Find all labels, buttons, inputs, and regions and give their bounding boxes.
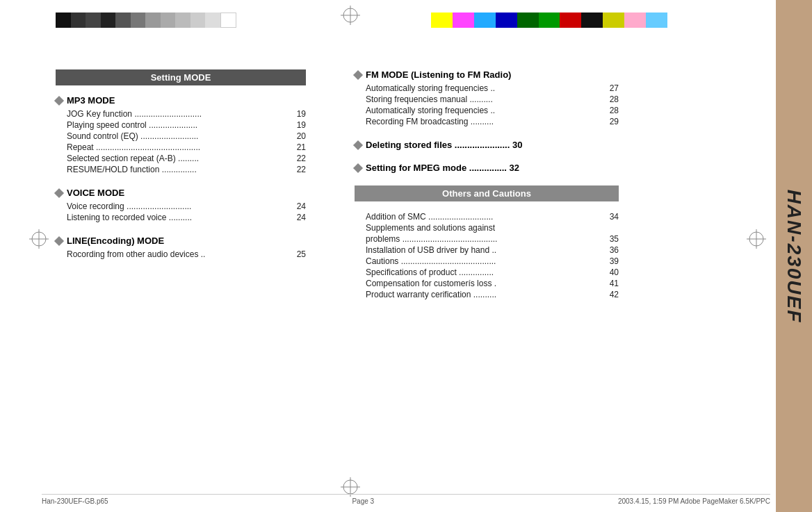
others-section: Addition of SMC ........................… — [355, 211, 619, 300]
toc-problems-page: 35 — [605, 234, 619, 244]
toc-auto-storing-2: Automatically storing frequencies .. 28 — [355, 105, 619, 116]
toc-sound-control-page: 20 — [292, 131, 306, 141]
toc-listening-recorded-page: 24 — [292, 213, 306, 222]
footer-page-number: Page 3 — [352, 497, 374, 505]
fm-mode-label: FM MODE (Listening to FM Radio) — [366, 69, 511, 80]
toc-supplements-label: Supplements and solutions against — [366, 223, 605, 233]
toc-specifications: Specifications of product ..............… — [355, 267, 619, 278]
footer-date: 2003.4.15, 1:59 PM Adobe PageMaker 6.5K/… — [618, 497, 770, 505]
toc-recording-fm: Recording FM broadcasting .......... 29 — [355, 116, 619, 127]
toc-auto-storing-page: 27 — [605, 83, 619, 93]
right-column: FM MODE (Listening to FM Radio) Automati… — [355, 69, 619, 313]
line-encoding-section: LINE(Encoding) MODE Rocording from other… — [56, 236, 306, 260]
registration-mark-top-center — [341, 6, 360, 25]
toc-addition-smc: Addition of SMC ........................… — [355, 211, 619, 222]
toc-addition-smc-label: Addition of SMC ........................… — [366, 212, 605, 222]
sidebar-title: HAN-230UEF — [783, 189, 805, 323]
voice-mode-label: VOICE MODE — [67, 188, 124, 198]
toc-repeat-page: 21 — [292, 142, 306, 152]
toc-compensation-label: Compensation for customerís loss . — [366, 279, 605, 288]
left-column: Setting MODE MP3 MODE JOG Key function .… — [56, 69, 306, 272]
toc-usb-driver-label: Installation of USB driver by hand .. — [366, 245, 605, 255]
page-footer: Han-230UEF-GB.p65 Page 3 2003.4.15, 1:59… — [42, 494, 770, 505]
color-bar-right — [431, 13, 667, 28]
toc-jog-key: JOG Key function .......................… — [56, 108, 306, 119]
diamond-icon — [54, 95, 64, 105]
toc-auto-storing: Automatically storing frequencies .. 27 — [355, 83, 619, 94]
toc-cautions-page: 39 — [605, 256, 619, 266]
registration-mark-left — [29, 229, 49, 249]
toc-storing-manual-page: 28 — [605, 94, 619, 104]
toc-sound-control: Sound control (EQ) .....................… — [56, 131, 306, 142]
diamond-icon-mpeg — [353, 163, 363, 172]
mp3-mode-label: MP3 MODE — [67, 95, 115, 106]
toc-listening-recorded: Listening to recorded voice .......... 2… — [56, 212, 306, 223]
deleting-files-item: Deleting stored files ..................… — [355, 140, 619, 150]
toc-cautions: Cautions ...............................… — [355, 256, 619, 267]
toc-repeat: Repeat .................................… — [56, 142, 306, 153]
mpeg-mode-item: Setting for MPEG mode ............... 32 — [355, 163, 619, 173]
toc-playing-speed-label: Playing speed control ..................… — [67, 120, 292, 130]
mp3-mode-section: MP3 MODE JOG Key function ..............… — [56, 95, 306, 175]
fm-mode-section: FM MODE (Listening to FM Radio) Automati… — [355, 69, 619, 127]
toc-usb-driver: Installation of USB driver by hand .. 36 — [355, 245, 619, 256]
sidebar-panel: HAN-230UEF — [776, 0, 812, 512]
toc-warranty: Product warranty cerification ..........… — [355, 289, 619, 300]
toc-playing-speed: Playing speed control ..................… — [56, 119, 306, 131]
toc-compensation: Compensation for customerís loss . 41 — [355, 278, 619, 289]
toc-selected-section-page: 22 — [292, 154, 306, 163]
diamond-icon-del — [353, 140, 363, 149]
toc-auto-storing-2-page: 28 — [605, 106, 619, 115]
toc-jog-key-page: 19 — [292, 109, 306, 119]
toc-sound-control-label: Sound control (EQ) .....................… — [67, 131, 292, 141]
toc-resume-hold: RESUME/HOLD function ............... 22 — [56, 164, 306, 175]
voice-mode-section: VOICE MODE Voice recording .............… — [56, 188, 306, 223]
toc-voice-recording: Voice recording ........................… — [56, 201, 306, 212]
toc-recording-fm-label: Recording FM broadcasting .......... — [366, 117, 605, 126]
toc-selected-section-label: Selected section repeat (A-B) ......... — [67, 154, 292, 163]
toc-warranty-label: Product warranty cerification .......... — [366, 290, 605, 299]
toc-supplements: Supplements and solutions against — [355, 222, 619, 233]
toc-repeat-label: Repeat .................................… — [67, 142, 292, 152]
mpeg-mode-label: Setting for MPEG mode ............... 32 — [366, 163, 519, 173]
toc-auto-storing-2-label: Automatically storing frequencies .. — [366, 106, 605, 115]
mpeg-mode-section: Setting for MPEG mode ............... 32 — [355, 163, 619, 173]
toc-problems-label: problems ...............................… — [366, 234, 605, 244]
toc-voice-recording-label: Voice recording ........................… — [67, 201, 292, 211]
toc-storing-manual: Storing frequencies manual .......... 28 — [355, 94, 619, 105]
toc-selected-section: Selected section repeat (A-B) ......... … — [56, 153, 306, 164]
diamond-icon-3 — [54, 236, 64, 245]
toc-rocording: Rocording from other audio devices .. 25 — [56, 249, 306, 260]
fm-mode-title: FM MODE (Listening to FM Radio) — [355, 69, 619, 80]
voice-mode-title: VOICE MODE — [56, 188, 306, 198]
deleting-files-section: Deleting stored files ..................… — [355, 140, 619, 150]
toc-addition-smc-page: 34 — [605, 212, 619, 222]
toc-resume-hold-label: RESUME/HOLD function ............... — [67, 165, 292, 174]
setting-mode-header: Setting MODE — [56, 69, 306, 85]
toc-specifications-page: 40 — [605, 267, 619, 277]
toc-listening-recorded-label: Listening to recorded voice .......... — [67, 213, 292, 222]
others-cautions-header: Others and Cautions — [355, 185, 619, 201]
footer-filename: Han-230UEF-GB.p65 — [42, 497, 108, 505]
toc-compensation-page: 41 — [605, 279, 619, 288]
color-bar-left — [56, 13, 236, 28]
diamond-icon-2 — [54, 188, 64, 197]
toc-jog-key-label: JOG Key function .......................… — [67, 109, 292, 119]
line-encoding-label: LINE(Encoding) MODE — [67, 236, 164, 246]
toc-playing-speed-page: 19 — [292, 120, 306, 130]
toc-resume-hold-page: 22 — [292, 165, 306, 174]
toc-cautions-label: Cautions ...............................… — [366, 256, 605, 266]
toc-rocording-label: Rocording from other audio devices .. — [67, 249, 292, 259]
toc-supplements-page — [605, 223, 619, 233]
toc-voice-recording-page: 24 — [292, 201, 306, 211]
toc-warranty-page: 42 — [605, 290, 619, 299]
toc-usb-driver-page: 36 — [605, 245, 619, 255]
mp3-mode-title: MP3 MODE — [56, 95, 306, 106]
toc-rocording-page: 25 — [292, 249, 306, 259]
toc-recording-fm-page: 29 — [605, 117, 619, 126]
toc-specifications-label: Specifications of product ..............… — [366, 267, 605, 277]
line-encoding-title: LINE(Encoding) MODE — [56, 236, 306, 246]
toc-problems: problems ...............................… — [355, 233, 619, 245]
deleting-files-label: Deleting stored files ..................… — [366, 140, 522, 150]
registration-mark-right — [747, 229, 766, 249]
